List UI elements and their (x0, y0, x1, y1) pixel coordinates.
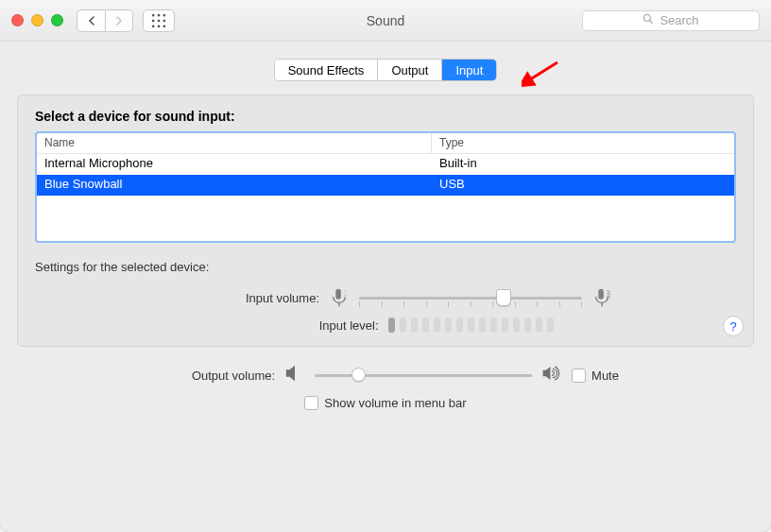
content: Sound Effects Output Input Select a devi… (0, 42, 771, 532)
svg-point-23 (609, 294, 610, 295)
panel-heading: Select a device for sound input: (35, 109, 736, 124)
svg-point-24 (609, 297, 610, 298)
device-type: Built-in (432, 154, 734, 175)
window-controls (11, 14, 63, 26)
show-volume-menubar-checkbox[interactable] (304, 396, 318, 410)
minimize-window-button[interactable] (31, 14, 43, 26)
svg-point-18 (608, 290, 608, 291)
column-name[interactable]: Name (37, 133, 432, 153)
tab-control: Sound Effects Output Input (274, 59, 498, 81)
mute-checkbox-row: Mute (572, 369, 619, 383)
input-volume-slider[interactable] (359, 288, 582, 307)
device-table: Name Type Internal Microphone Built-in B… (35, 131, 736, 243)
input-panel: Select a device for sound input: Name Ty… (17, 94, 754, 347)
svg-rect-7 (158, 25, 160, 26)
level-bar (547, 317, 554, 333)
mute-label: Mute (591, 369, 619, 383)
level-bar (388, 317, 395, 333)
table-header: Name Type (37, 133, 734, 154)
svg-rect-8 (163, 25, 165, 26)
level-bar (524, 317, 531, 333)
show-all-button[interactable] (143, 9, 175, 32)
svg-rect-16 (598, 289, 604, 300)
menubar-checkbox-row: Show volume in menu bar (304, 396, 466, 410)
mute-checkbox[interactable] (572, 369, 586, 383)
slider-track (315, 374, 532, 377)
input-level-label: Input level: (218, 318, 379, 333)
level-bar (422, 317, 429, 333)
level-bar (468, 317, 474, 333)
svg-point-14 (345, 295, 346, 296)
tab-label: Input (455, 63, 483, 77)
input-level-row: Input level: (35, 317, 736, 333)
svg-rect-0 (152, 14, 154, 16)
search-placeholder: Search (660, 13, 698, 27)
search-field[interactable]: Search (582, 10, 760, 31)
input-volume-label: Input volume: (159, 291, 319, 305)
device-name: Internal Microphone (37, 154, 432, 175)
tab-sound-effects[interactable]: Sound Effects (275, 60, 379, 80)
level-bar (490, 317, 497, 333)
slider-ticks (359, 301, 582, 307)
svg-point-13 (345, 291, 346, 292)
svg-point-21 (608, 298, 608, 299)
nav-back-forward (77, 9, 133, 32)
mic-low-icon (329, 287, 350, 308)
level-bar (400, 317, 406, 333)
svg-rect-2 (163, 14, 165, 16)
level-bar (456, 317, 463, 333)
svg-rect-5 (163, 19, 165, 21)
svg-line-10 (650, 21, 653, 24)
search-icon (642, 13, 654, 27)
level-bar (434, 317, 440, 333)
titlebar: Sound Search (0, 0, 771, 42)
output-volume-row: Output volume: Mute (152, 364, 619, 386)
level-bar (411, 317, 418, 333)
slider-thumb[interactable] (351, 368, 366, 382)
level-bar (445, 317, 452, 333)
svg-point-19 (608, 293, 608, 294)
table-row[interactable]: Blue Snowball USB (37, 175, 734, 196)
output-volume-label: Output volume: (152, 369, 275, 383)
mic-high-icon (591, 287, 612, 308)
input-volume-row: Input volume: (35, 287, 736, 308)
speaker-low-icon (284, 364, 305, 386)
close-window-button[interactable] (11, 14, 24, 26)
svg-point-22 (609, 291, 610, 292)
tab-input[interactable]: Input (442, 60, 496, 80)
tab-label: Sound Effects (288, 63, 365, 77)
svg-rect-3 (152, 19, 154, 21)
svg-point-15 (345, 298, 346, 299)
tab-output[interactable]: Output (378, 60, 442, 80)
settings-heading: Settings for the selected device: (35, 260, 736, 274)
level-bar (479, 317, 486, 333)
svg-rect-4 (158, 19, 160, 21)
speaker-high-icon (541, 364, 562, 386)
level-bar (502, 317, 508, 333)
tab-label: Output (391, 63, 428, 77)
output-volume-slider[interactable] (315, 368, 532, 383)
column-type[interactable]: Type (432, 133, 734, 153)
input-level-meter (388, 317, 554, 333)
level-bar (536, 317, 542, 333)
slider-track (359, 297, 582, 300)
window-title: Sound (367, 13, 404, 28)
level-bar (513, 317, 520, 333)
table-row[interactable]: Internal Microphone Built-in (37, 154, 734, 175)
back-button[interactable] (77, 9, 105, 32)
device-name: Blue Snowball (37, 175, 432, 196)
help-button[interactable]: ? (723, 316, 744, 336)
menubar-label: Show volume in menu bar (324, 396, 466, 410)
sound-preferences-window: Sound Search Sound Effects Output Input … (0, 0, 771, 532)
forward-button[interactable] (105, 9, 133, 32)
slider-thumb[interactable] (496, 289, 511, 306)
zoom-window-button[interactable] (51, 14, 63, 26)
device-type: USB (432, 175, 734, 196)
svg-rect-11 (335, 289, 341, 300)
footer: Output volume: Mute Show volume (17, 364, 754, 410)
svg-rect-1 (158, 14, 160, 16)
svg-rect-6 (152, 25, 154, 26)
svg-point-20 (608, 295, 608, 296)
table-empty-space (37, 196, 734, 241)
